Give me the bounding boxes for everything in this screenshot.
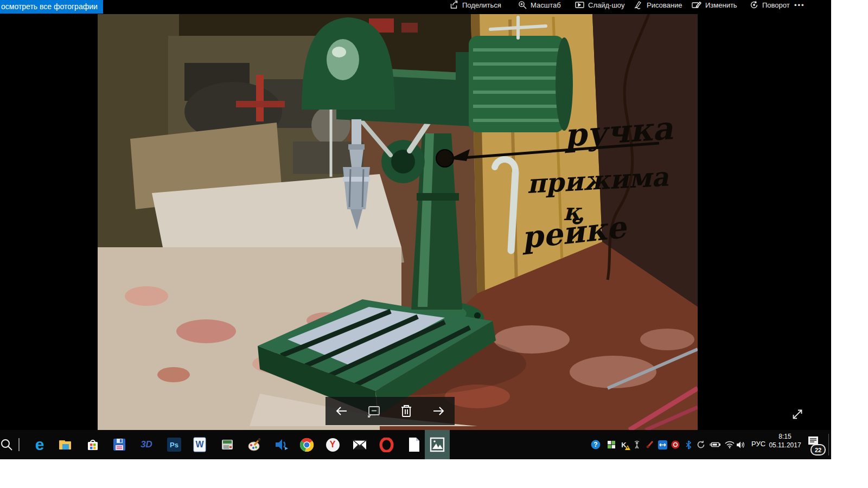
draw-icon [634, 1, 643, 9]
toolbar-zoom-label: Масштаб [531, 1, 561, 9]
tray-antenna-icon[interactable] [631, 439, 642, 450]
taskbar-divider [18, 438, 20, 451]
taskbar-paint-icon[interactable] [247, 437, 262, 452]
tray-wifi-icon[interactable] [724, 439, 735, 450]
taskbar-opera-icon[interactable] [379, 437, 394, 452]
tray-battery-icon[interactable] [710, 439, 720, 450]
tray-red-circle-icon[interactable] [670, 439, 681, 450]
album-icon[interactable] [365, 402, 383, 420]
next-photo-button[interactable] [429, 402, 448, 420]
toolbar-zoom[interactable]: Масштаб [518, 0, 561, 10]
rotate-icon [750, 1, 758, 9]
tray-clock[interactable]: 8:15 05.11.2017 [766, 432, 804, 450]
slideshow-icon [575, 1, 584, 9]
zoom-icon [518, 1, 527, 9]
notification-count-badge: 22 [810, 444, 826, 455]
tray-bluetooth-icon[interactable] [683, 439, 694, 450]
toolbar-draw-label: Рисование [647, 1, 682, 9]
toolbar-slideshow-label: Слайд-шоу [588, 1, 624, 9]
taskbar-file-explorer-icon[interactable] [58, 437, 73, 452]
photo-control-bar [326, 397, 455, 425]
edit-icon [692, 1, 701, 9]
tray-language-indicator[interactable]: РУС [751, 440, 765, 448]
toolbar-share[interactable]: Поделиться [449, 0, 501, 10]
tray-help-icon[interactable]: ? [590, 439, 601, 450]
taskbar-yandex-icon[interactable]: Y [325, 437, 340, 452]
tray-pinwheel-icon[interactable] [606, 439, 617, 450]
photo-viewport[interactable]: ручка прижима к рейке [98, 14, 698, 430]
taskbar-photoshop-icon[interactable]: Ps [167, 437, 182, 452]
tray-teamviewer-icon[interactable] [657, 439, 668, 450]
fullscreen-button[interactable] [787, 403, 808, 425]
taskbar-edge-icon[interactable]: e [32, 437, 47, 452]
taskbar-3d-builder-icon[interactable]: 3D [139, 437, 154, 452]
toolbar-more[interactable]: ••• [794, 0, 805, 10]
taskbar-notepad-icon[interactable] [406, 437, 422, 452]
tray-sync-icon[interactable] [695, 439, 706, 450]
taskbar-register-app-icon[interactable] [220, 437, 235, 452]
share-icon [449, 1, 458, 9]
taskbar-word-icon[interactable]: W [192, 437, 207, 452]
taskbar-floppy-icon[interactable] [112, 437, 127, 452]
taskbar-mail-icon[interactable] [352, 437, 367, 452]
toolbar-edit[interactable]: Изменить [692, 0, 737, 10]
tray-paint-tool-icon[interactable] [644, 439, 655, 450]
previous-photo-button[interactable] [333, 402, 351, 420]
toolbar-rotate[interactable]: Поворот [750, 0, 790, 10]
taskbar-photos-app-active[interactable] [425, 430, 450, 459]
tray-kaspersky-icon[interactable]: K [618, 439, 629, 450]
photos-app-window: осмотреть все фотографии Поделиться Масш… [0, 0, 831, 430]
taskbar: e [0, 430, 831, 459]
taskbar-chrome-icon[interactable] [299, 437, 314, 452]
delete-photo-button[interactable] [397, 402, 416, 420]
toolbar-rotate-label: Поворот [762, 1, 790, 9]
taskbar-search-icon[interactable] [0, 437, 14, 452]
toolbar-share-label: Поделиться [462, 1, 501, 9]
toolbar-draw[interactable]: Рисование [634, 0, 682, 10]
action-center-icon[interactable]: 22 [807, 436, 826, 454]
toolbar-edit-label: Изменить [705, 1, 737, 9]
tray-time: 8:15 [766, 432, 804, 441]
taskbar-audio-app-icon[interactable] [274, 437, 289, 452]
toolbar-slideshow[interactable]: Слайд-шоу [575, 0, 624, 10]
tray-date: 05.11.2017 [766, 441, 804, 450]
tray-volume-icon[interactable] [735, 439, 746, 450]
show-desktop-separator [828, 434, 829, 455]
see-all-photos-button[interactable]: осмотреть все фотографии [0, 0, 103, 14]
more-icon: ••• [794, 1, 805, 9]
taskbar-store-icon[interactable] [85, 437, 100, 452]
photo-content: ручка прижима к рейке [98, 14, 698, 430]
